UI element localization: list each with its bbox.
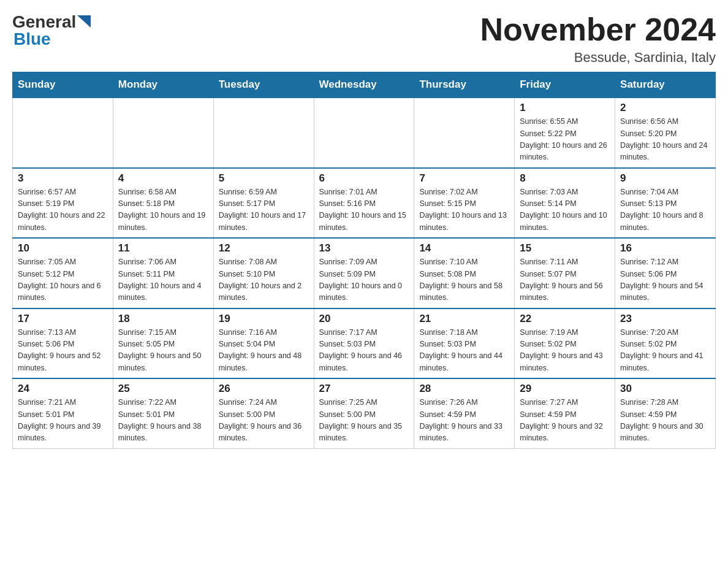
location-subtitle: Bessude, Sardinia, Italy bbox=[480, 50, 716, 66]
calendar-cell bbox=[314, 98, 414, 168]
day-info: Sunrise: 6:55 AMSunset: 5:22 PMDaylight:… bbox=[520, 116, 610, 164]
day-info: Sunrise: 7:26 AMSunset: 4:59 PMDaylight:… bbox=[419, 397, 509, 445]
day-number: 4 bbox=[118, 172, 208, 185]
day-number: 8 bbox=[520, 172, 610, 185]
day-number: 16 bbox=[620, 242, 710, 255]
calendar-week-row: 1Sunrise: 6:55 AMSunset: 5:22 PMDaylight… bbox=[13, 98, 716, 168]
day-info: Sunrise: 7:08 AMSunset: 5:10 PMDaylight:… bbox=[219, 256, 309, 304]
day-number: 1 bbox=[520, 102, 610, 114]
month-title: November 2024 bbox=[480, 12, 716, 47]
day-number: 28 bbox=[419, 383, 509, 395]
day-info: Sunrise: 6:59 AMSunset: 5:17 PMDaylight:… bbox=[219, 186, 309, 234]
day-number: 25 bbox=[118, 383, 208, 395]
day-info: Sunrise: 7:11 AMSunset: 5:07 PMDaylight:… bbox=[520, 256, 610, 304]
calendar-cell: 15Sunrise: 7:11 AMSunset: 5:07 PMDayligh… bbox=[515, 238, 615, 308]
day-number: 14 bbox=[419, 242, 509, 255]
day-number: 20 bbox=[319, 313, 409, 325]
header-saturday: Saturday bbox=[615, 72, 716, 98]
calendar-cell: 25Sunrise: 7:22 AMSunset: 5:01 PMDayligh… bbox=[113, 378, 213, 448]
day-info: Sunrise: 7:28 AMSunset: 4:59 PMDaylight:… bbox=[620, 397, 710, 445]
day-info: Sunrise: 7:02 AMSunset: 5:15 PMDaylight:… bbox=[419, 186, 509, 234]
calendar-week-row: 3Sunrise: 6:57 AMSunset: 5:19 PMDaylight… bbox=[13, 168, 716, 239]
day-number: 5 bbox=[219, 172, 309, 185]
calendar-cell: 6Sunrise: 7:01 AMSunset: 5:16 PMDaylight… bbox=[314, 168, 414, 239]
calendar-cell: 20Sunrise: 7:17 AMSunset: 5:03 PMDayligh… bbox=[314, 308, 414, 379]
calendar-cell: 21Sunrise: 7:18 AMSunset: 5:03 PMDayligh… bbox=[414, 308, 515, 379]
calendar-cell: 13Sunrise: 7:09 AMSunset: 5:09 PMDayligh… bbox=[314, 238, 414, 308]
header-tuesday: Tuesday bbox=[213, 72, 314, 98]
calendar-cell: 17Sunrise: 7:13 AMSunset: 5:06 PMDayligh… bbox=[13, 308, 113, 379]
calendar-cell: 12Sunrise: 7:08 AMSunset: 5:10 PMDayligh… bbox=[213, 238, 314, 308]
day-number: 12 bbox=[219, 242, 309, 255]
calendar-cell: 3Sunrise: 6:57 AMSunset: 5:19 PMDaylight… bbox=[13, 168, 113, 239]
day-info: Sunrise: 7:06 AMSunset: 5:11 PMDaylight:… bbox=[118, 256, 208, 304]
calendar-cell: 30Sunrise: 7:28 AMSunset: 4:59 PMDayligh… bbox=[615, 378, 716, 448]
day-info: Sunrise: 7:22 AMSunset: 5:01 PMDaylight:… bbox=[118, 397, 208, 445]
day-number: 11 bbox=[118, 242, 208, 255]
calendar-cell: 10Sunrise: 7:05 AMSunset: 5:12 PMDayligh… bbox=[13, 238, 113, 308]
day-info: Sunrise: 7:19 AMSunset: 5:02 PMDaylight:… bbox=[520, 327, 610, 375]
day-number: 21 bbox=[419, 313, 509, 325]
calendar-cell: 8Sunrise: 7:03 AMSunset: 5:14 PMDaylight… bbox=[515, 168, 615, 239]
calendar-cell: 23Sunrise: 7:20 AMSunset: 5:02 PMDayligh… bbox=[615, 308, 716, 379]
day-info: Sunrise: 7:10 AMSunset: 5:08 PMDaylight:… bbox=[419, 256, 509, 304]
calendar-week-row: 10Sunrise: 7:05 AMSunset: 5:12 PMDayligh… bbox=[13, 238, 716, 308]
calendar-table: Sunday Monday Tuesday Wednesday Thursday… bbox=[12, 72, 716, 449]
title-section: November 2024 Bessude, Sardinia, Italy bbox=[480, 12, 716, 66]
calendar-cell bbox=[13, 98, 113, 168]
day-info: Sunrise: 7:16 AMSunset: 5:04 PMDaylight:… bbox=[219, 327, 309, 375]
logo-blue: Blue bbox=[13, 29, 51, 48]
calendar-cell: 19Sunrise: 7:16 AMSunset: 5:04 PMDayligh… bbox=[213, 308, 314, 379]
day-number: 3 bbox=[18, 172, 108, 185]
calendar-cell: 14Sunrise: 7:10 AMSunset: 5:08 PMDayligh… bbox=[414, 238, 515, 308]
calendar-cell: 5Sunrise: 6:59 AMSunset: 5:17 PMDaylight… bbox=[213, 168, 314, 239]
day-number: 23 bbox=[620, 313, 710, 325]
day-number: 15 bbox=[520, 242, 610, 255]
day-info: Sunrise: 7:13 AMSunset: 5:06 PMDaylight:… bbox=[18, 327, 108, 375]
day-number: 19 bbox=[219, 313, 309, 325]
day-info: Sunrise: 6:58 AMSunset: 5:18 PMDaylight:… bbox=[118, 186, 208, 234]
day-number: 17 bbox=[18, 313, 108, 325]
calendar-cell: 11Sunrise: 7:06 AMSunset: 5:11 PMDayligh… bbox=[113, 238, 213, 308]
calendar-cell: 18Sunrise: 7:15 AMSunset: 5:05 PMDayligh… bbox=[113, 308, 213, 379]
calendar-cell: 9Sunrise: 7:04 AMSunset: 5:13 PMDaylight… bbox=[615, 168, 716, 239]
header-thursday: Thursday bbox=[414, 72, 515, 98]
calendar-cell: 16Sunrise: 7:12 AMSunset: 5:06 PMDayligh… bbox=[615, 238, 716, 308]
calendar-cell: 22Sunrise: 7:19 AMSunset: 5:02 PMDayligh… bbox=[515, 308, 615, 379]
calendar-cell: 24Sunrise: 7:21 AMSunset: 5:01 PMDayligh… bbox=[13, 378, 113, 448]
calendar-cell: 1Sunrise: 6:55 AMSunset: 5:22 PMDaylight… bbox=[515, 98, 615, 168]
day-info: Sunrise: 7:04 AMSunset: 5:13 PMDaylight:… bbox=[620, 186, 710, 234]
day-info: Sunrise: 7:20 AMSunset: 5:02 PMDaylight:… bbox=[620, 327, 710, 375]
day-number: 26 bbox=[219, 383, 309, 395]
day-info: Sunrise: 7:05 AMSunset: 5:12 PMDaylight:… bbox=[18, 256, 108, 304]
day-info: Sunrise: 7:25 AMSunset: 5:00 PMDaylight:… bbox=[319, 397, 409, 445]
day-info: Sunrise: 7:17 AMSunset: 5:03 PMDaylight:… bbox=[319, 327, 409, 375]
logo: General Blue bbox=[12, 12, 91, 49]
day-number: 30 bbox=[620, 383, 710, 395]
calendar-cell: 28Sunrise: 7:26 AMSunset: 4:59 PMDayligh… bbox=[414, 378, 515, 448]
day-number: 9 bbox=[620, 172, 710, 185]
calendar-cell bbox=[113, 98, 213, 168]
header-monday: Monday bbox=[113, 72, 213, 98]
calendar-cell: 26Sunrise: 7:24 AMSunset: 5:00 PMDayligh… bbox=[213, 378, 314, 448]
day-info: Sunrise: 7:15 AMSunset: 5:05 PMDaylight:… bbox=[118, 327, 208, 375]
day-number: 29 bbox=[520, 383, 610, 395]
calendar-cell bbox=[414, 98, 515, 168]
day-info: Sunrise: 6:56 AMSunset: 5:20 PMDaylight:… bbox=[620, 116, 710, 164]
day-info: Sunrise: 7:18 AMSunset: 5:03 PMDaylight:… bbox=[419, 327, 509, 375]
calendar-cell: 7Sunrise: 7:02 AMSunset: 5:15 PMDaylight… bbox=[414, 168, 515, 239]
day-number: 24 bbox=[18, 383, 108, 395]
day-info: Sunrise: 7:27 AMSunset: 4:59 PMDaylight:… bbox=[520, 397, 610, 445]
day-number: 7 bbox=[419, 172, 509, 185]
calendar-cell bbox=[213, 98, 314, 168]
day-number: 22 bbox=[520, 313, 610, 325]
day-number: 10 bbox=[18, 242, 108, 255]
calendar-cell: 2Sunrise: 6:56 AMSunset: 5:20 PMDaylight… bbox=[615, 98, 716, 168]
calendar-cell: 27Sunrise: 7:25 AMSunset: 5:00 PMDayligh… bbox=[314, 378, 414, 448]
day-info: Sunrise: 7:24 AMSunset: 5:00 PMDaylight:… bbox=[219, 397, 309, 445]
header: General Blue November 2024 Bessude, Sard… bbox=[12, 12, 716, 66]
svg-marker-0 bbox=[77, 15, 91, 28]
calendar-week-row: 24Sunrise: 7:21 AMSunset: 5:01 PMDayligh… bbox=[13, 378, 716, 448]
header-sunday: Sunday bbox=[13, 72, 113, 98]
day-info: Sunrise: 6:57 AMSunset: 5:19 PMDaylight:… bbox=[18, 186, 108, 234]
